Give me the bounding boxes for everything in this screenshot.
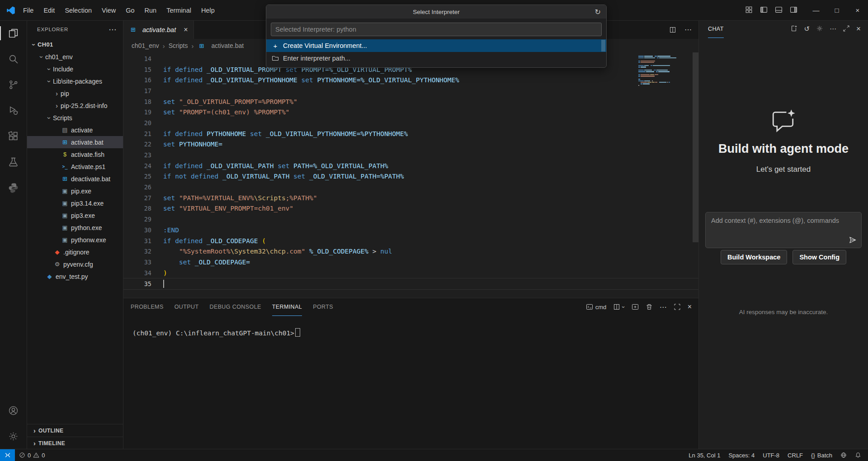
activity-run-debug[interactable] <box>0 98 27 123</box>
tree-item--gitignore[interactable]: ›◆.gitignore <box>27 246 123 258</box>
tree-item-lib-site-packages[interactable]: ›Lib\site-packages <box>27 75 123 87</box>
code-editor[interactable]: 1415if defined _OLD_VIRTUAL_PROMPT set P… <box>123 52 699 298</box>
interpreter-input[interactable] <box>271 23 602 36</box>
layout-sidebar-right-button[interactable] <box>790 6 797 15</box>
breadcrumb-item[interactable]: Scripts <box>169 42 188 49</box>
settings-button[interactable] <box>816 25 823 33</box>
explorer-more-icon[interactable]: ⋯ <box>108 25 117 34</box>
activity-testing[interactable] <box>0 149 27 175</box>
tree-item-ch01-env[interactable]: ›ch01_env <box>27 51 123 63</box>
more-button[interactable]: ⋯ <box>830 25 836 33</box>
split-editor-icon[interactable] <box>669 26 676 33</box>
encoding[interactable]: UTF-8 <box>759 449 783 461</box>
tree-item-deactivate-bat[interactable]: ›⊞deactivate.bat <box>27 173 123 185</box>
menu-terminal[interactable]: Terminal <box>161 0 196 20</box>
tree-item-ch01[interactable]: ›CH01 <box>27 38 123 51</box>
minimap[interactable] <box>638 54 692 88</box>
tab-chat[interactable]: CHAT <box>708 20 724 38</box>
history-button[interactable]: ↺ <box>804 25 810 33</box>
menu-run[interactable]: Run <box>140 0 162 20</box>
more-button[interactable]: ⋯ <box>660 303 667 311</box>
globe-indicator[interactable] <box>836 449 851 461</box>
build-workspace-button[interactable]: Build Workspace <box>721 250 787 264</box>
indentation[interactable]: Spaces: 4 <box>724 449 759 461</box>
tree-item-pip-exe[interactable]: ›▣pip.exe <box>27 185 123 197</box>
line-text: if defined _OLD_VIRTUAL_PYTHONHOME set P… <box>163 76 459 84</box>
tree-item-scripts[interactable]: ›Scripts <box>27 112 123 124</box>
code-line: 21if defined PYTHONHOME set _OLD_VIRTUAL… <box>123 128 699 139</box>
editor-scrollbar[interactable] <box>693 52 699 242</box>
breadcrumb-item[interactable]: ch01_env <box>132 42 159 49</box>
close-button[interactable]: × <box>856 24 861 33</box>
quickpick-scrollbar[interactable] <box>601 40 605 52</box>
terminal-profile[interactable]: cmd <box>586 303 607 310</box>
send-icon[interactable] <box>849 236 857 244</box>
twisty-icon: › <box>46 65 53 73</box>
panel-tab-debug-console[interactable]: DEBUG CONSOLE <box>209 298 261 316</box>
activity-explorer[interactable] <box>0 20 27 46</box>
minimize-button[interactable]: — <box>806 0 826 20</box>
tree-item-pip3-exe[interactable]: ›▣pip3.exe <box>27 209 123 221</box>
tree-item-activate-ps1[interactable]: ›>_Activate.ps1 <box>27 160 123 173</box>
activity-source-control[interactable] <box>0 72 27 98</box>
menu-view[interactable]: View <box>97 0 121 20</box>
menu-file[interactable]: File <box>18 0 38 20</box>
close-button[interactable]: × <box>847 0 868 20</box>
quickpick-item-create-virtual-environment-[interactable]: +Create Virtual Environment... <box>266 39 606 52</box>
remote-button[interactable] <box>0 449 15 461</box>
tree-item-pip-25-2-dist-info[interactable]: ›pip-25.2.dist-info <box>27 99 123 112</box>
new-panel-button[interactable] <box>632 303 639 310</box>
maximize-panel-button[interactable] <box>674 303 681 310</box>
panel-tab-terminal[interactable]: TERMINAL <box>272 298 302 316</box>
activity-accounts[interactable] <box>0 398 27 423</box>
tab-close-icon[interactable]: × <box>184 26 188 34</box>
section-outline[interactable]: ›OUTLINE <box>27 424 123 437</box>
layout-sidebar-left-button[interactable] <box>760 6 768 15</box>
language-mode[interactable]: {} Batch <box>807 449 836 461</box>
tree-item-pyvenv-cfg[interactable]: ›⚙pyvenv.cfg <box>27 258 123 270</box>
editor-more-icon[interactable]: ⋯ <box>684 25 692 34</box>
tree-item-env-test-py[interactable]: ›◆env_test.py <box>27 270 123 282</box>
layout-panel-button[interactable] <box>775 6 783 15</box>
section-timeline[interactable]: ›TIMELINE <box>27 437 123 449</box>
eol-sequence[interactable]: CRLF <box>783 449 807 461</box>
tree-item-activate[interactable]: ›▤activate <box>27 124 123 136</box>
split-button[interactable]: › <box>613 303 624 310</box>
close-button[interactable]: × <box>688 303 692 311</box>
tab-label: activate.bat <box>142 26 176 33</box>
tree-item-pip[interactable]: ›pip <box>27 87 123 99</box>
chat-input[interactable]: Add context (#), extensions (@), command… <box>705 212 862 248</box>
problems-indicator[interactable]: 0 0 <box>15 449 49 461</box>
panel-tab-problems[interactable]: PROBLEMS <box>131 298 164 316</box>
tree-item-pip3-14-exe[interactable]: ›▣pip3.14.exe <box>27 197 123 209</box>
customize-layout-button[interactable] <box>745 6 753 15</box>
tree-item-activate-bat[interactable]: ›⊞activate.bat <box>27 136 123 148</box>
notifications-button[interactable] <box>851 449 865 461</box>
refresh-icon[interactable]: ↻ <box>595 5 601 19</box>
tree-item-pythonw-exe[interactable]: ›▣pythonw.exe <box>27 234 123 246</box>
menu-go[interactable]: Go <box>121 0 139 20</box>
expand-button[interactable] <box>843 25 850 33</box>
maximize-button[interactable]: □ <box>826 0 847 20</box>
terminal-content[interactable]: (ch01_env) C:\inflearn_chatGPT-main\ch01… <box>123 315 699 337</box>
trash-button[interactable] <box>646 303 653 310</box>
menu-help[interactable]: Help <box>196 0 220 20</box>
quickpick-item-enter-interpreter-path-[interactable]: Enter interpreter path... <box>266 52 606 65</box>
menu-selection[interactable]: Selection <box>60 0 97 20</box>
panel-tab-ports[interactable]: PORTS <box>313 298 333 316</box>
new-chat-button[interactable] <box>790 25 797 33</box>
activity-search[interactable] <box>0 46 27 72</box>
menu-edit[interactable]: Edit <box>38 0 60 20</box>
show-config-button[interactable]: Show Config <box>793 250 846 264</box>
tree-item-include[interactable]: ›Include <box>27 63 123 75</box>
panel-tab-output[interactable]: OUTPUT <box>175 298 199 316</box>
activity-extensions[interactable] <box>0 123 27 149</box>
breadcrumb-item[interactable]: activate.bat <box>212 42 244 49</box>
cursor-position[interactable]: Ln 35, Col 1 <box>684 449 724 461</box>
file-file-icon: ▤ <box>61 127 69 133</box>
tab-activate-bat[interactable]: ⊞ activate.bat × <box>123 20 194 39</box>
tree-item-activate-fish[interactable]: ›$activate.fish <box>27 148 123 160</box>
activity-python[interactable] <box>0 175 27 201</box>
activity-settings[interactable] <box>0 423 27 449</box>
tree-item-python-exe[interactable]: ›▣python.exe <box>27 221 123 234</box>
